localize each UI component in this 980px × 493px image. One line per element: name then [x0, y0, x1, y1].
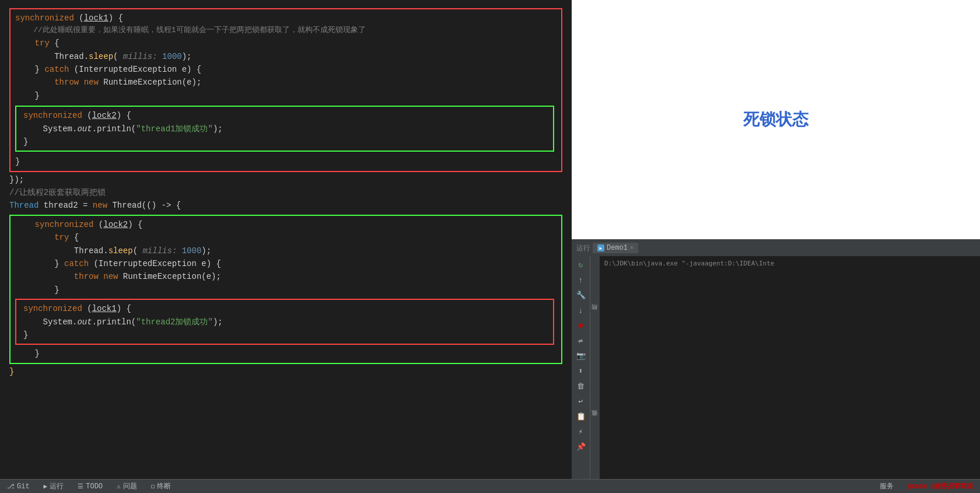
side-labels: 结构 收藏	[590, 256, 600, 479]
terminate-icon: ◻	[151, 482, 155, 490]
problem-label: 问题	[123, 481, 137, 491]
terminate-label: 终断	[157, 481, 171, 491]
run-tab-close[interactable]: ×	[630, 245, 634, 251]
code-line-synchronized3: synchronized (lock2) {	[15, 218, 554, 231]
service-label: 服务	[880, 481, 894, 491]
code-line-comment2: //让线程2嵌套获取两把锁	[9, 186, 562, 199]
run-toolbar: ↻ ↑ 🔧 ↓ ■ ⇌ 📷 ⬆ 🗑 ↩ 📋 ⚡ 📌	[572, 256, 590, 479]
csdn-label: @CSDN @程序员零零柒	[908, 482, 973, 491]
code-line-synchronized4: synchronized (lock1) {	[23, 302, 546, 315]
run-status-label: 运行	[50, 481, 64, 491]
status-problem[interactable]: ⚠ 问题	[114, 481, 139, 491]
status-git[interactable]: ⎇ Git	[5, 482, 32, 491]
code-line-thread2-decl: Thread thread2 = new Thread(() -> {	[9, 199, 562, 212]
copy-btn[interactable]: 📋	[575, 410, 587, 423]
code-line-throw2: throw new RuntimeException(e);	[15, 270, 554, 283]
code-line-close-lambda1: });	[9, 173, 562, 186]
problem-icon: ⚠	[117, 482, 121, 490]
up-btn[interactable]: ↑	[575, 274, 587, 286]
run-tab-demo1[interactable]: ▶ Demo1 ×	[593, 243, 638, 253]
code-line-close-try2: }	[15, 284, 554, 296]
todo-label: TODO	[86, 482, 103, 491]
status-bar: ⎇ Git ▶ 运行 ☰ TODO ⚠ 问题 ◻ 终断 服务 @CSDN @程序…	[0, 479, 980, 493]
code-line-comment1: //此处睡眠很重要，如果没有睡眠，线程1可能就会一下子把两把锁都获取了，就构不成…	[15, 25, 554, 37]
upload-btn[interactable]: ⬆	[575, 365, 587, 377]
article-area: 死锁状态	[572, 0, 980, 239]
run-content: ↻ ↑ 🔧 ↓ ■ ⇌ 📷 ⬆ 🗑 ↩ 📋 ⚡ 📌 结构 收藏	[572, 256, 980, 479]
green-box-inner: synchronized (lock2) { System.out.printl…	[15, 106, 554, 152]
main-area: synchronized (lock1) { //此处睡眠很重要，如果没有睡眠，…	[0, 0, 980, 479]
stop-btn[interactable]: ■	[575, 319, 587, 332]
status-csdn[interactable]: @CSDN @程序员零零柒	[905, 482, 975, 491]
code-line-close-sync3: }	[15, 347, 554, 360]
code-line-throw1: throw new RuntimeException(e);	[15, 76, 554, 89]
right-panel: 死锁状态 运行 ▶ Demo1 × ↻ ↑ 🔧 ↓ ■ ⇌	[572, 0, 980, 479]
code-line-synchronized2: synchronized (lock2) {	[23, 109, 546, 122]
status-terminate[interactable]: ◻ 终断	[149, 481, 174, 491]
code-line-close-sync1: }	[15, 155, 554, 168]
code-panel: synchronized (lock1) { //此处睡眠很重要，如果没有睡眠，…	[0, 0, 572, 479]
star-btn[interactable]: ⚡	[575, 425, 587, 438]
code-line-close-thread2: }	[9, 365, 562, 378]
green-box-thread2: synchronized (lock2) { try { Thread.slee…	[9, 215, 562, 364]
code-line-sleep1: Thread.sleep( millis: 1000);	[15, 50, 554, 63]
run-icon: ▶	[44, 482, 48, 490]
status-todo[interactable]: ☰ TODO	[75, 482, 105, 491]
todo-icon: ☰	[78, 482, 83, 490]
code-line-close-sync2: }	[23, 135, 546, 148]
git-icon: ⎇	[7, 482, 15, 490]
code-line-catch1: } catch (InterruptedException e) {	[15, 63, 554, 76]
status-service[interactable]: 服务	[877, 481, 896, 491]
code-line-sleep2: Thread.sleep( millis: 1000);	[15, 244, 554, 257]
run-tab-icon: ▶	[597, 244, 604, 251]
camera-btn[interactable]: 📷	[575, 349, 587, 362]
run-panel: 运行 ▶ Demo1 × ↻ ↑ 🔧 ↓ ■ ⇌ 📷 ⬆ 🗑	[572, 239, 980, 479]
settings-btn[interactable]: 🔧	[575, 289, 587, 302]
red-box-outer: synchronized (lock1) { //此处睡眠很重要，如果没有睡眠，…	[9, 8, 562, 172]
run-output: D:\JDK\bin\java.exe "-javaagent:D:\IDEA\…	[600, 256, 980, 479]
run-output-line: D:\JDK\bin\java.exe "-javaagent:D:\IDEA\…	[604, 260, 975, 267]
deadlock-title: 死锁状态	[743, 109, 808, 131]
down-btn[interactable]: ↓	[575, 304, 587, 317]
back-btn[interactable]: ↩	[575, 395, 587, 408]
pin-btn[interactable]: 📌	[575, 440, 587, 453]
red-box-thread2: synchronized (lock1) { System.out.printl…	[15, 299, 554, 345]
code-line-println2: System.out.println("thread2加锁成功");	[23, 316, 546, 328]
delete-btn[interactable]: 🗑	[575, 380, 587, 393]
code-line-synchronized1: synchronized (lock1) {	[15, 12, 554, 25]
code-line-close-try1: }	[15, 89, 554, 102]
code-content: synchronized (lock1) { //此处睡眠很重要，如果没有睡眠，…	[0, 5, 572, 380]
git-label: Git	[17, 482, 30, 491]
status-run[interactable]: ▶ 运行	[41, 481, 66, 491]
run-tab-label: Demo1	[607, 244, 628, 252]
code-line-try2: try {	[15, 231, 554, 244]
code-line-close-sync4: }	[23, 328, 546, 341]
restart-btn[interactable]: ↻	[575, 258, 587, 271]
run-panel-tabs: 运行 ▶ Demo1 ×	[572, 240, 980, 256]
redirect-btn[interactable]: ⇌	[575, 334, 587, 347]
code-line-try1: try {	[15, 37, 554, 50]
code-line-catch2: } catch (InterruptedException e) {	[15, 257, 554, 270]
run-label: 运行	[576, 243, 590, 253]
code-line-println1: System.out.println("thread1加锁成功");	[23, 123, 546, 135]
